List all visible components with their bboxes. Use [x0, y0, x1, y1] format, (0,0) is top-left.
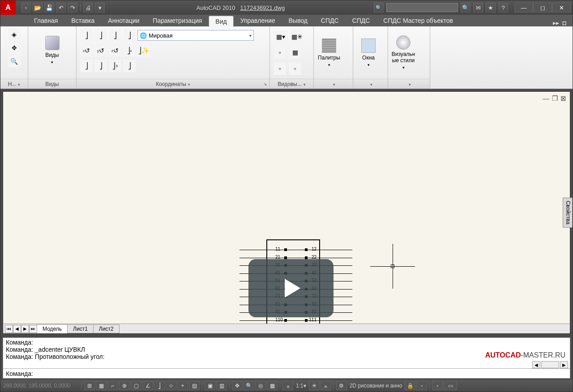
- tabs-more-icon[interactable]: ▸▸: [553, 19, 559, 26]
- isolate-icon[interactable]: ▫: [432, 381, 443, 390]
- close-button[interactable]: ✕: [552, 3, 571, 13]
- status-workspace[interactable]: 2D рисование и анно: [348, 383, 404, 389]
- pan-icon[interactable]: ✥: [8, 42, 21, 54]
- layout-next-icon[interactable]: ▶: [21, 325, 29, 333]
- status-scale[interactable]: 1:1▾: [294, 383, 308, 389]
- ucs-opt2-icon[interactable]: ⎦: [94, 60, 107, 72]
- layout-tab-sheet2[interactable]: Лист2: [93, 324, 120, 333]
- drawing-canvas[interactable]: — ❐ ⊠ 1112212231324142515261627172818291…: [3, 91, 570, 334]
- cmd-scroll-right-icon[interactable]: ▶: [560, 361, 568, 368]
- ucs-combo[interactable]: 🌐 Мировая: [137, 30, 254, 41]
- tab-manage[interactable]: Управление: [234, 15, 282, 26]
- vp-clip-icon[interactable]: ▫: [289, 62, 301, 75]
- search-icon[interactable]: 🔍: [461, 3, 470, 13]
- grid-icon[interactable]: ▦: [96, 381, 107, 390]
- vp-named-icon[interactable]: ▦: [289, 46, 301, 59]
- vp-config-icon[interactable]: ▦▾: [274, 30, 288, 43]
- ucs-named-icon[interactable]: ⎦✨: [137, 44, 150, 57]
- showmotion-icon[interactable]: ▦: [267, 381, 278, 390]
- help-icon[interactable]: ?: [498, 3, 508, 13]
- tab-insert[interactable]: Вставка: [64, 15, 101, 26]
- layout-tab-sheet1[interactable]: Лист1: [67, 324, 94, 333]
- doc-restore-icon[interactable]: ❐: [552, 94, 558, 102]
- redo-icon[interactable]: ↷: [68, 3, 77, 13]
- ucs-y-icon[interactable]: y↺: [94, 44, 107, 57]
- pan-status-icon[interactable]: ✥: [232, 381, 243, 390]
- dyn-icon[interactable]: ⊹: [166, 381, 176, 390]
- views-button[interactable]: Виды ▾: [40, 30, 65, 70]
- layout-prev-icon[interactable]: ◀: [13, 325, 21, 333]
- tab-annotate[interactable]: Аннотации: [101, 15, 146, 26]
- ribbon-minimize-icon[interactable]: ◘: [563, 19, 566, 26]
- vp-new-icon[interactable]: ▦✳: [291, 30, 303, 43]
- open-icon[interactable]: 📂: [33, 3, 43, 13]
- hw-accel-icon[interactable]: ▫: [416, 381, 427, 390]
- zoom-extents-icon[interactable]: 🔍: [8, 55, 21, 68]
- infocenter-search[interactable]: [386, 3, 458, 12]
- tab-view[interactable]: Вид: [209, 16, 233, 27]
- ucs-world-icon[interactable]: ⎦: [94, 29, 107, 42]
- workspace-gear-icon[interactable]: ⚙: [336, 381, 347, 390]
- visual-styles-button[interactable]: Визуальн ые стили▾: [391, 33, 416, 73]
- cmd-scroll-left-icon[interactable]: ◀: [532, 361, 540, 368]
- ucs-icon[interactable]: ⎦: [80, 29, 93, 42]
- ucs-x-icon[interactable]: x↺: [80, 44, 93, 57]
- binoculars-icon[interactable]: 🔍: [374, 3, 384, 13]
- palettes-button[interactable]: Палитры▾: [316, 33, 342, 73]
- snap-icon[interactable]: ⊞: [84, 381, 95, 390]
- polar-icon[interactable]: ⊕: [119, 381, 130, 390]
- app-menu-button[interactable]: A: [0, 0, 16, 15]
- print-icon[interactable]: 🖨: [83, 3, 93, 13]
- layout-last-icon[interactable]: ⏭: [29, 325, 37, 333]
- tab-spds-master[interactable]: СПДС Мастер объектов: [376, 15, 460, 26]
- windows-button[interactable]: Окна▾: [356, 33, 381, 73]
- vp-single-icon[interactable]: ▫: [274, 62, 286, 75]
- layout-first-icon[interactable]: ⏮: [5, 325, 13, 333]
- maximize-button[interactable]: ◻: [533, 3, 552, 13]
- clean-screen-icon[interactable]: ▭: [444, 381, 457, 390]
- ucs-z-axis-icon[interactable]: ⎦z: [123, 44, 136, 57]
- qp-icon[interactable]: ▤: [189, 381, 200, 390]
- ortho-icon[interactable]: ⌐: [107, 381, 118, 390]
- panel-windows-label[interactable]: [368, 81, 372, 87]
- steering-icon[interactable]: ◎: [255, 381, 266, 390]
- panel-vstyles-label[interactable]: [407, 81, 411, 87]
- ucs-view-icon[interactable]: ⎦: [109, 29, 121, 42]
- panel-palettes-label[interactable]: [331, 81, 335, 87]
- ucs-z-icon[interactable]: z↺: [109, 44, 121, 57]
- doc-minimize-icon[interactable]: —: [543, 94, 549, 102]
- tab-spds2[interactable]: СПДС: [346, 15, 377, 26]
- vp-join-icon[interactable]: ▫: [274, 46, 286, 59]
- ucs-opt3-icon[interactable]: ⎦3: [109, 60, 121, 72]
- tab-output[interactable]: Вывод: [282, 15, 314, 26]
- comm-center-icon[interactable]: ✉: [473, 3, 483, 13]
- lwt-icon[interactable]: +: [177, 381, 188, 390]
- tab-home[interactable]: Главная: [27, 15, 64, 26]
- minimize-button[interactable]: —: [514, 3, 533, 13]
- qat-dropdown-icon[interactable]: ▾: [95, 3, 105, 13]
- favorites-icon[interactable]: ★: [486, 3, 496, 13]
- ann-auto-icon[interactable]: ⟁: [321, 381, 331, 390]
- zoom-status-icon[interactable]: 🔍: [244, 381, 254, 390]
- undo-icon[interactable]: ↶: [56, 3, 66, 13]
- ucs-origin-icon[interactable]: ⎦: [123, 29, 136, 42]
- tab-spds1[interactable]: СПДС: [314, 15, 346, 26]
- panel-nav-label[interactable]: Н...: [8, 81, 21, 87]
- ann-vis-icon[interactable]: ✳: [309, 381, 320, 390]
- osnap-icon[interactable]: ▢: [131, 381, 141, 390]
- ducs-icon[interactable]: ⎦: [154, 381, 165, 390]
- layout-quick-icon[interactable]: ▥: [216, 381, 227, 390]
- status-coords[interactable]: 288.0000, 195.0000, 0.0000: [3, 383, 79, 389]
- doc-close-icon[interactable]: ⊠: [560, 94, 566, 102]
- ucs-opt4-icon[interactable]: ⎦: [123, 60, 136, 72]
- new-icon[interactable]: ▫: [21, 3, 31, 13]
- ann-scale-icon[interactable]: ⟁: [282, 381, 293, 390]
- nav-cube-icon[interactable]: ◈: [8, 28, 21, 41]
- command-line[interactable]: Команда: Команда: _adcenter ЦУВКЛ Команд…: [3, 337, 570, 379]
- lock-ui-icon[interactable]: 🔒: [405, 381, 415, 390]
- layout-tab-model[interactable]: Модель: [37, 324, 68, 333]
- tab-parametric[interactable]: Параметризация: [146, 15, 209, 26]
- cmd-scroll-track[interactable]: [541, 361, 559, 368]
- otrack-icon[interactable]: ∠: [142, 381, 153, 390]
- video-play-button[interactable]: [248, 259, 334, 317]
